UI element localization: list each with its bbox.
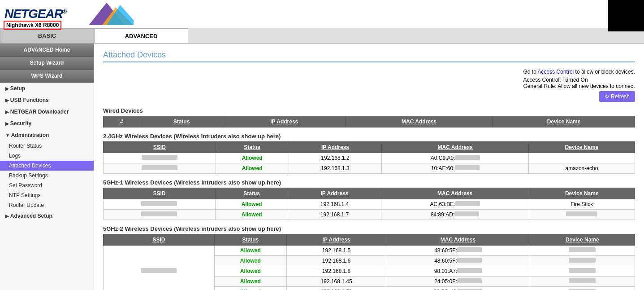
- cell-ssid: [104, 246, 215, 290]
- table-row: Allowed192.168.1.4AC:63:BE:Fire Stick: [104, 199, 635, 210]
- wifi5-2-col-status: Status: [214, 234, 286, 246]
- cell-status: Allowed: [214, 246, 286, 256]
- wifi24-col-status: Status: [216, 142, 289, 153]
- wired-col-status: Status: [140, 116, 223, 127]
- sidebar-section-administration[interactable]: Administration: [0, 129, 94, 141]
- access-link-suffix: to allow or block devices.: [574, 69, 635, 75]
- wifi24-col-ssid: SSID: [104, 142, 216, 153]
- cell-name: Fire Stick: [529, 199, 635, 210]
- cell-name: [530, 277, 635, 287]
- cell-ssid: [104, 199, 216, 210]
- cell-status: Allowed: [215, 210, 288, 220]
- wifi5-2-col-ssid: SSID: [104, 234, 215, 246]
- wired-col-mac: MAC Address: [346, 116, 493, 127]
- wifi5-1-table: SSID Status IP Address MAC Address Devic…: [103, 188, 635, 220]
- cell-status: Allowed: [214, 277, 286, 287]
- sidebar-section-downloader[interactable]: NETGEAR Downloader: [0, 106, 94, 118]
- wifi5-2-col-ip: IP Address: [286, 234, 386, 246]
- sidebar-link-logs[interactable]: Logs: [0, 151, 94, 161]
- sidebar-link-attached-devices[interactable]: Attached Devices: [0, 161, 94, 171]
- cell-status: Allowed: [214, 256, 286, 266]
- wifi24-col-ip: IP Address: [289, 142, 382, 153]
- access-right: Go to Access Control to allow or block d…: [523, 69, 635, 102]
- sidebar-section-security[interactable]: Security: [0, 118, 94, 129]
- cell-name: [530, 266, 635, 277]
- page-title: Attached Devices: [103, 50, 635, 62]
- sidebar-link-backup-settings[interactable]: Backup Settings: [0, 171, 94, 180]
- cell-status: Allowed: [215, 199, 288, 210]
- sidebar-link-router-update[interactable]: Router Update: [0, 200, 94, 210]
- cell-name: [530, 287, 635, 290]
- cell-status: Allowed: [214, 266, 286, 277]
- cell-ip: 192.168.1.5: [286, 246, 386, 256]
- cell-status: Allowed: [216, 163, 289, 174]
- cell-ssid: [104, 153, 216, 163]
- sidebar-section-advanced-setup[interactable]: Advanced Setup: [0, 210, 94, 222]
- table-row: Allowed192.168.1.548:60:5F:: [104, 246, 635, 256]
- cell-ip: 192.168.1.45: [286, 277, 386, 287]
- cell-mac: 84:89:AD:: [381, 210, 529, 220]
- sidebar-btn-advanced-home[interactable]: ADVANCED Home: [0, 44, 94, 57]
- cell-status: Allowed: [214, 287, 286, 290]
- sidebar-link-set-password[interactable]: Set Password: [0, 180, 94, 190]
- table-row: Allowed192.168.1.310:AE:60:amazon-echo: [104, 163, 635, 174]
- cell-ssid: [104, 163, 216, 174]
- tab-advanced[interactable]: ADVANCED: [94, 28, 188, 43]
- cell-ip: 192.168.1.2: [289, 153, 382, 163]
- sidebar-section-usb[interactable]: USB Functions: [0, 94, 94, 106]
- logo-triangle: [80, 3, 134, 25]
- header: NETGEAR® Nighthawk X6 R8000: [0, 0, 644, 28]
- sidebar-btn-wps-wizard[interactable]: WPS Wizard: [0, 70, 94, 83]
- sidebar-link-router-status[interactable]: Router Status: [0, 141, 94, 151]
- wifi5-1-col-ip: IP Address: [288, 188, 381, 199]
- wired-col-ip: IP Address: [223, 116, 346, 127]
- access-info: Go to Access Control to allow or block d…: [103, 69, 635, 102]
- cell-name: [529, 210, 635, 220]
- cell-ip: 192.168.1.3: [289, 163, 382, 174]
- wired-col-hash: #: [104, 116, 140, 127]
- wifi24-table: SSID Status IP Address MAC Address Devic…: [103, 141, 635, 174]
- wifi5-2-table: SSID Status IP Address MAC Address Devic…: [103, 234, 635, 290]
- main-layout: ADVANCED Home Setup Wizard WPS Wizard Se…: [0, 44, 644, 290]
- cell-ip: 192.168.1.7: [288, 210, 381, 220]
- refresh-button[interactable]: ↻ Refresh: [599, 91, 635, 102]
- access-control-link-line: Go to Access Control to allow or block d…: [523, 69, 635, 75]
- cell-name: [528, 153, 635, 163]
- wifi5-1-label: 5GHz-1 Wireless Devices (Wireless intrud…: [103, 179, 635, 186]
- sidebar-section-setup[interactable]: Setup: [0, 83, 94, 94]
- wifi5-1-col-mac: MAC Address: [381, 188, 529, 199]
- wifi5-1-col-name: Device Name: [529, 188, 635, 199]
- cell-name: [530, 256, 635, 266]
- table-row: Allowed192.168.1.2A0:C9:A0:: [104, 153, 635, 163]
- cell-mac: 48:60:5F:: [386, 246, 530, 256]
- cell-mac: 48:60:5F:: [386, 256, 530, 266]
- cell-mac: A0:C9:A0:: [382, 153, 528, 163]
- sidebar-btn-setup-wizard[interactable]: Setup Wizard: [0, 57, 94, 70]
- access-status: Access Control: Turned On: [523, 77, 635, 83]
- cell-status: Allowed: [216, 153, 289, 163]
- table-row: Allowed192.168.1.784:89:AD:: [104, 210, 635, 220]
- cell-ip: 192.168.1.8: [286, 266, 386, 277]
- black-box: [608, 0, 644, 31]
- wifi5-1-col-status: Status: [215, 188, 288, 199]
- wifi24-col-name: Device Name: [528, 142, 635, 153]
- cell-ssid: [104, 210, 216, 220]
- netgear-logo: NETGEAR®: [4, 7, 66, 21]
- content-area: Attached Devices Go to Access Control to…: [94, 44, 644, 290]
- model-name: Nighthawk X6 R8000: [4, 21, 61, 30]
- cell-mac: 08:BD:43:: [386, 287, 530, 290]
- cell-ip: 192.168.1.6: [286, 256, 386, 266]
- cell-ip: 192.168.1.50: [286, 287, 386, 290]
- tab-bar: BASIC ADVANCED: [0, 28, 644, 44]
- cell-mac: 24:05:0F:: [386, 277, 530, 287]
- cell-ip: 192.168.1.4: [288, 199, 381, 210]
- tab-basic[interactable]: BASIC: [0, 28, 94, 43]
- wifi5-2-col-name: Device Name: [530, 234, 635, 246]
- wifi24-col-mac: MAC Address: [382, 142, 528, 153]
- cell-mac: 98:01:A7:: [386, 266, 530, 277]
- cell-name: amazon-echo: [528, 163, 635, 174]
- sidebar-link-ntp-settings[interactable]: NTP Settings: [0, 190, 94, 200]
- wifi24-label: 2.4GHz Wireless Devices (Wireless intrud…: [103, 133, 635, 140]
- access-control-link[interactable]: Access Control: [538, 69, 574, 75]
- wifi5-1-col-ssid: SSID: [104, 188, 216, 199]
